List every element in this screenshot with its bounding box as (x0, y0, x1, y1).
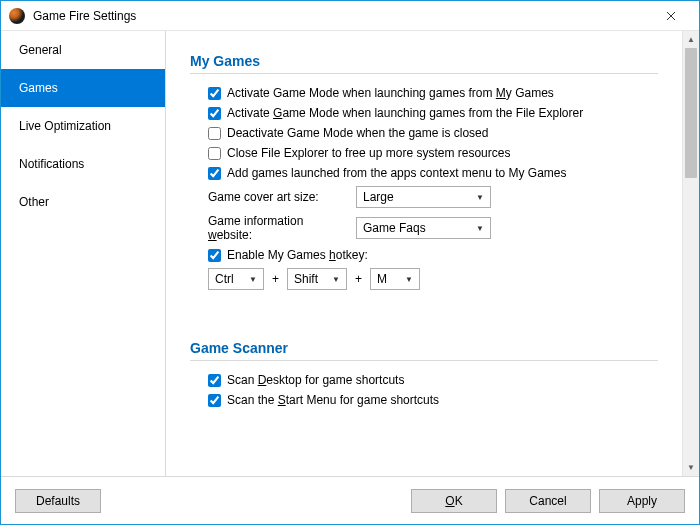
label-activate-mygames: Activate Game Mode when launching games … (227, 86, 554, 100)
chevron-down-icon: ▼ (249, 275, 257, 284)
divider (190, 73, 658, 74)
select-info-website-value: Game Faqs (363, 221, 426, 235)
option-scan-startmenu: Scan the Start Menu for game shortcuts (208, 393, 658, 407)
label-cover-art-size: Game cover art size: (208, 190, 348, 204)
label-deactivate-closed: Deactivate Game Mode when the game is cl… (227, 126, 488, 140)
option-activate-explorer: Activate Game Mode when launching games … (208, 106, 658, 120)
checkbox-close-explorer[interactable] (208, 147, 221, 160)
chevron-down-icon: ▼ (332, 275, 340, 284)
checkbox-add-context-menu[interactable] (208, 167, 221, 180)
label-activate-explorer: Activate Game Mode when launching games … (227, 106, 583, 120)
app-icon (9, 8, 25, 24)
chevron-down-icon: ▼ (405, 275, 413, 284)
checkbox-activate-mygames[interactable] (208, 87, 221, 100)
cancel-button[interactable]: Cancel (505, 489, 591, 513)
row-info-website: Game information website: Game Faqs ▼ (208, 214, 658, 242)
select-info-website[interactable]: Game Faqs ▼ (356, 217, 491, 239)
option-add-context-menu: Add games launched from the apps context… (208, 166, 658, 180)
option-close-explorer: Close File Explorer to free up more syst… (208, 146, 658, 160)
label-scan-desktop: Scan Desktop for game shortcuts (227, 373, 404, 387)
settings-window: Game Fire Settings General Games Live Op… (0, 0, 700, 525)
apply-button[interactable]: Apply (599, 489, 685, 513)
sidebar-item-live-optimization[interactable]: Live Optimization (1, 107, 165, 145)
option-activate-mygames: Activate Game Mode when launching games … (208, 86, 658, 100)
select-cover-art-size[interactable]: Large ▼ (356, 186, 491, 208)
select-hotkey-2[interactable]: Shift ▼ (287, 268, 347, 290)
close-icon (666, 11, 676, 21)
content-wrap: My Games Activate Game Mode when launchi… (166, 31, 699, 476)
defaults-button[interactable]: Defaults (15, 489, 101, 513)
select-hotkey-3[interactable]: M ▼ (370, 268, 420, 290)
sidebar-item-other[interactable]: Other (1, 183, 165, 221)
checkbox-deactivate-closed[interactable] (208, 127, 221, 140)
checkbox-scan-desktop[interactable] (208, 374, 221, 387)
body: General Games Live Optimization Notifica… (1, 31, 699, 476)
hotkey-plus: + (272, 272, 279, 286)
ok-button[interactable]: OK (411, 489, 497, 513)
sidebar: General Games Live Optimization Notifica… (1, 31, 166, 476)
scroll-thumb[interactable] (685, 48, 697, 178)
label-add-context-menu: Add games launched from the apps context… (227, 166, 567, 180)
option-scan-desktop: Scan Desktop for game shortcuts (208, 373, 658, 387)
checkbox-activate-explorer[interactable] (208, 107, 221, 120)
option-deactivate-closed: Deactivate Game Mode when the game is cl… (208, 126, 658, 140)
chevron-down-icon: ▼ (476, 224, 484, 233)
select-hotkey-1-value: Ctrl (215, 272, 234, 286)
hotkey-plus: + (355, 272, 362, 286)
label-info-website: Game information website: (208, 214, 348, 242)
option-enable-hotkey: Enable My Games hotkey: (208, 248, 658, 262)
titlebar: Game Fire Settings (1, 1, 699, 31)
footer: Defaults OK Cancel Apply (1, 476, 699, 524)
row-cover-art-size: Game cover art size: Large ▼ (208, 186, 658, 208)
checkbox-enable-hotkey[interactable] (208, 249, 221, 262)
section-title-scanner: Game Scanner (190, 340, 658, 356)
scroll-down-icon[interactable]: ▼ (683, 459, 699, 476)
select-hotkey-3-value: M (377, 272, 387, 286)
select-hotkey-1[interactable]: Ctrl ▼ (208, 268, 264, 290)
divider (190, 360, 658, 361)
window-title: Game Fire Settings (33, 9, 651, 23)
scrollbar[interactable]: ▲ ▼ (682, 31, 699, 476)
select-hotkey-2-value: Shift (294, 272, 318, 286)
row-hotkey-combo: Ctrl ▼ + Shift ▼ + M ▼ (208, 268, 658, 290)
label-scan-startmenu: Scan the Start Menu for game shortcuts (227, 393, 439, 407)
sidebar-item-games[interactable]: Games (1, 69, 165, 107)
sidebar-item-general[interactable]: General (1, 31, 165, 69)
scroll-up-icon[interactable]: ▲ (683, 31, 699, 48)
select-cover-art-value: Large (363, 190, 394, 204)
label-close-explorer: Close File Explorer to free up more syst… (227, 146, 510, 160)
close-button[interactable] (651, 1, 691, 30)
chevron-down-icon: ▼ (476, 193, 484, 202)
checkbox-scan-startmenu[interactable] (208, 394, 221, 407)
content: My Games Activate Game Mode when launchi… (166, 31, 682, 476)
section-title-mygames: My Games (190, 53, 658, 69)
sidebar-item-notifications[interactable]: Notifications (1, 145, 165, 183)
label-enable-hotkey: Enable My Games hotkey: (227, 248, 368, 262)
